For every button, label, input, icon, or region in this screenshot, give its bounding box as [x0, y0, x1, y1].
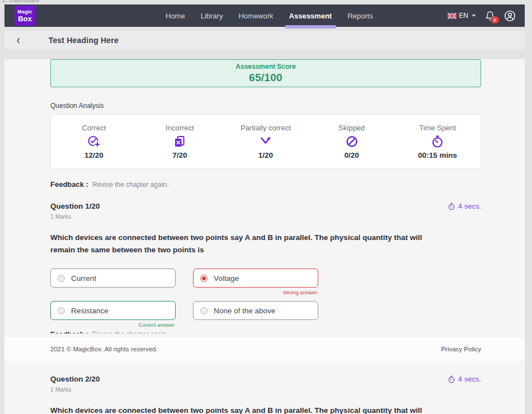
language-label: EN	[459, 12, 468, 20]
skip-circle-icon	[345, 135, 359, 148]
option-current[interactable]: Current	[50, 269, 176, 288]
notification-badge: 1	[491, 16, 499, 23]
document-x-icon	[173, 135, 186, 148]
stopwatch-icon	[431, 135, 444, 148]
stat-label: Skipped	[338, 124, 365, 132]
feedback-label: Feedback :	[50, 180, 88, 189]
question-analysis-label: Question Analysis	[50, 102, 481, 110]
trademark-symbol: ™	[34, 3, 37, 7]
main-panel: Assessment Score 65/100 Question Analysi…	[4, 59, 525, 414]
option-voltage[interactable]: VoltageWrong answer	[193, 269, 318, 288]
score-label: Assessment Score	[236, 63, 295, 70]
question-marks: 1 Marks	[50, 213, 481, 220]
assessment-score-card: Assessment Score 65/100	[50, 59, 481, 87]
nav-item-library[interactable]: Library	[201, 4, 223, 27]
stat-value: 00:15 mins	[418, 151, 457, 159]
arrow-check-icon	[259, 135, 272, 148]
stat-skipped: Skipped0/20	[309, 124, 395, 159]
feedback-text: Revise the chapter again.	[92, 181, 168, 189]
stat-incorrect: Incorrect7/20	[137, 124, 223, 159]
stat-value: 12/20	[84, 151, 103, 159]
radio-button[interactable]	[200, 275, 208, 282]
stat-label: Partially correct	[241, 124, 291, 132]
top-navbar: ™ Magic Box HomeLibraryHomeworkAssessmen…	[4, 4, 525, 27]
logo-text-box: Box	[18, 15, 32, 22]
stopwatch-icon	[448, 203, 455, 210]
nav-item-assessment[interactable]: Assessment	[289, 4, 332, 27]
stat-value: 0/20	[344, 151, 359, 159]
chevron-down-icon	[472, 15, 476, 17]
option-label: Current	[71, 274, 96, 283]
stat-value: 1/20	[258, 151, 273, 159]
stat-partially-correct: Partially correct1/20	[223, 124, 309, 159]
radio-button[interactable]	[200, 307, 208, 314]
main-nav: HomeLibraryHomeworkAssessmentReports	[166, 4, 373, 27]
question-marks: 1 Marks	[50, 386, 481, 393]
magicbox-logo[interactable]: ™ Magic Box	[15, 6, 35, 26]
copyright-text: 2021 © MagicBox. All rights reserved.	[50, 346, 158, 352]
option-label: Resistance	[71, 307, 109, 315]
question-feedback-clipped: Feedback : Revise the chapter again.	[50, 330, 481, 333]
stat-label: Time Spent	[419, 124, 456, 132]
question-block-2: Question 2/204 secs.1 MarksWhich devices…	[50, 375, 481, 414]
stopwatch-icon	[448, 375, 455, 383]
wrong-answer-note: Wrong answer	[283, 289, 317, 295]
check-circle-plus-icon	[87, 135, 101, 148]
page-footer: 2021 © MagicBox. All rights reserved. Pr…	[4, 336, 525, 361]
answer-options: CurrentVoltageWrong answerResistanceCorr…	[50, 269, 481, 320]
correct-answer-note: Correct answer	[139, 322, 175, 328]
language-selector[interactable]: EN	[448, 12, 476, 20]
question-number: Question 1/20	[50, 202, 100, 210]
radio-button[interactable]	[58, 275, 65, 282]
score-value: 65/100	[249, 72, 283, 84]
stat-value: 7/20	[172, 151, 187, 159]
logo-text-magic: Magic	[17, 10, 32, 15]
question-time-spent: 4 secs.	[448, 202, 481, 210]
option-none-of-the-above[interactable]: None of the above	[193, 301, 318, 320]
stat-label: Incorrect	[166, 124, 194, 132]
navbar-actions: EN 1	[448, 10, 516, 22]
privacy-policy-link[interactable]: Privacy Policy	[441, 346, 481, 352]
question-analysis-card: Correct12/20Incorrect7/20Partially corre…	[50, 114, 481, 169]
stat-correct: Correct12/20	[51, 124, 137, 159]
time-value: 4 secs.	[458, 202, 481, 210]
question-text: Which devices are connected between two …	[50, 404, 442, 414]
question-time-spent: 4 secs.	[448, 375, 481, 383]
app-container: ™ Magic Box HomeLibraryHomeworkAssessmen…	[4, 4, 525, 414]
user-avatar-icon	[504, 10, 516, 22]
overall-feedback: Feedback : Revise the chapter again.	[50, 180, 481, 189]
time-value: 4 secs.	[458, 375, 481, 383]
uk-flag-icon	[448, 13, 456, 19]
option-resistance[interactable]: ResistanceCorrect answer	[50, 301, 176, 320]
stat-label: Correct	[82, 124, 106, 132]
nav-item-reports[interactable]: Reports	[347, 4, 373, 27]
question-block-1: Question 1/204 secs.1 MarksWhich devices…	[50, 202, 481, 320]
back-button[interactable]: ‹	[17, 34, 20, 46]
stat-time-spent: Time Spent00:15 mins	[394, 124, 481, 159]
profile-button[interactable]	[504, 10, 516, 22]
radio-button[interactable]	[58, 307, 65, 314]
notifications-button[interactable]: 1	[485, 11, 495, 21]
option-label: Voltage	[214, 274, 239, 283]
nav-item-home[interactable]: Home	[166, 4, 185, 27]
page-title: Test Heading Here	[49, 36, 119, 45]
question-number: Question 2/20	[50, 375, 100, 383]
question-text: Which devices are connected between two …	[50, 232, 442, 256]
nav-item-homework[interactable]: Homework	[238, 4, 273, 27]
option-label: None of the above	[214, 307, 275, 315]
page-header: ‹ Test Heading Here	[4, 31, 525, 49]
